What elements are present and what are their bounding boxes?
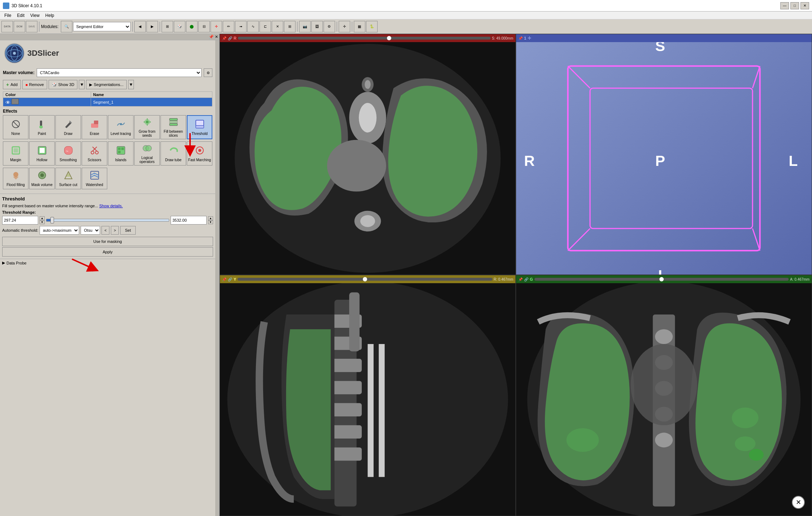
effect-margin-button[interactable]: Margin [3,141,28,166]
master-volume-settings-button[interactable]: ⚙ [204,68,212,77]
viewport-pin-icon-3d[interactable]: 📌 [518,36,523,40]
viewport-pin-icon-yellow[interactable]: 📌 [222,277,226,281]
settings2-button[interactable]: ⚙ [324,21,335,32]
table-button[interactable]: ✕ [272,21,283,32]
show-details-link[interactable]: Show details. [99,204,123,208]
segment-name-cell[interactable]: Segment_1 [91,98,212,107]
menu-view[interactable]: View [27,12,42,19]
window-button[interactable]: ▦ [354,21,365,32]
effect-leveltracing-button[interactable]: Level tracing [108,115,134,139]
panel-pin-icon[interactable]: 📌 [209,35,214,39]
threshold-max-input[interactable] [171,216,207,225]
auto-method-dropdown[interactable]: auto->maximum [40,226,79,235]
menu-file[interactable]: File [1,12,14,19]
auto-prev-button[interactable]: < [102,226,109,235]
menu-edit[interactable]: Edit [14,12,27,19]
layout-button[interactable]: ⊞ [162,21,173,32]
viewport-link-icon-yellow[interactable]: 🔗 [228,277,232,281]
viewport-pin-icon-red[interactable]: 📌 [222,36,226,40]
viewport-green-slider[interactable] [534,278,789,281]
segment-row[interactable]: 👁 Segment_1 [3,98,212,107]
data-probe[interactable]: ▶ Data Probe [0,259,215,267]
nav-forward-button[interactable]: ▶ [146,21,158,32]
show3d-dropdown-arrow[interactable]: ▼ [79,80,85,89]
main-layout: 📌 ✕ 3DSlicer [0,34,812,516]
close-button[interactable]: ✕ [800,2,809,9]
screenshot-button[interactable]: 🖼 [311,21,323,32]
effect-scissors-button[interactable]: Scissors [82,141,107,166]
3d-content[interactable]: S I R P L [516,42,812,275]
shape-button[interactable]: ⊏ [260,21,271,32]
effect-fillbetweenslices-button[interactable]: Fill between slices [161,115,186,139]
remove-segment-button[interactable]: ■ Remove [22,80,47,89]
green-sphere-button[interactable]: ⬤ [186,21,198,32]
close-bottom-button[interactable]: ✕ [792,496,805,509]
menu-help[interactable]: Help [42,12,57,19]
apply-button[interactable]: Apply [2,247,213,257]
arrow-button[interactable]: ➟ [235,21,247,32]
effect-none-button[interactable]: None [3,115,28,139]
viewport-yellow-slider[interactable] [238,278,492,281]
dcm-button[interactable]: DCM [14,21,25,32]
effect-draw-button[interactable]: Draw [55,115,81,139]
cross-button[interactable]: ✛ [211,21,222,32]
save-button[interactable]: SAVE [26,21,37,32]
master-volume-dropdown[interactable]: CTACardio [37,68,202,77]
use-masking-button[interactable]: Use for masking [2,237,213,246]
effect-logical-button[interactable]: Logical operators [134,141,160,166]
ct-image-red[interactable] [220,42,515,275]
effect-growfromseeds-button[interactable]: Grow from seeds [134,115,160,139]
minimize-button[interactable]: — [780,2,789,9]
maximize-button[interactable]: □ [790,2,799,9]
curve-button[interactable]: ∿ [247,21,259,32]
auto-next-button[interactable]: > [111,226,119,235]
viewport-red-slider[interactable] [238,37,491,40]
module-dropdown[interactable]: Segment Editor [73,22,131,31]
camera-button[interactable]: 📷 [299,21,311,32]
pencil-button[interactable]: ✏ [223,21,234,32]
effect-erase-button[interactable]: Erase [82,115,107,139]
threshold-slider-thumb[interactable] [50,217,54,223]
3d-cube-button[interactable]: 🎲 [174,21,185,32]
viewport-pin-icon-green[interactable]: 📌 [518,277,523,281]
nav-back-button[interactable]: ◀ [134,21,146,32]
effect-watershed-button[interactable]: Watershed [82,168,107,189]
eye-icon[interactable]: 👁 [5,100,10,105]
threshold-min-input[interactable] [2,216,38,225]
effect-islands-button[interactable]: Islands [108,141,134,166]
threshold-min-up-button[interactable]: ▲ [40,216,45,220]
add-segment-button[interactable]: + Add [3,80,21,89]
auto-algorithm-dropdown[interactable]: Otsu [81,226,100,235]
threshold-slider-track[interactable] [46,219,169,222]
effect-threshold-button[interactable]: Threshold [187,115,212,139]
effect-drawtube-button[interactable]: Draw tube [161,141,186,166]
segmentations-dropdown-arrow[interactable]: ▼ [128,80,134,89]
ct-image-green[interactable] [516,283,812,516]
viewport-link-icon-red[interactable]: 🔗 [228,36,232,40]
compass-button[interactable]: ✛ [339,21,350,32]
effect-hollow-button[interactable]: Hollow [29,141,55,166]
svg-rect-26 [40,148,45,153]
effect-smoothing-button[interactable]: ~ Smoothing [55,141,81,166]
effect-maskvolume-button[interactable]: Mask volume [29,168,55,189]
segmentations-button[interactable]: ▶ Segmentations... [86,80,127,89]
data-button[interactable]: DATA [1,21,13,32]
threshold-max-down-button[interactable]: ▼ [208,220,213,224]
panel-scrollbar[interactable] [215,40,219,516]
set-button[interactable]: Set [120,226,136,235]
effect-floodfilling-button[interactable]: Flood filling [3,168,28,189]
threshold-max-up-button[interactable]: ▲ [208,216,213,220]
show3d-button[interactable]: 🎲 Show 3D [49,80,78,89]
ct-image-yellow[interactable] [220,283,515,516]
segment-visibility-cell[interactable]: 👁 [3,98,91,107]
panel-close-icon[interactable]: ✕ [215,35,218,39]
python-button[interactable]: 🐍 [366,21,378,32]
mesh-button[interactable]: ⊟ [198,21,210,32]
grid-button[interactable]: ⊞ [284,21,296,32]
effect-paint-button[interactable]: Paint [29,115,55,139]
effect-surfacecut-button[interactable]: Surface cut [55,168,81,189]
search-button[interactable]: 🔍 [61,21,72,32]
effect-fastmarching-button[interactable]: Fast Marching [187,141,212,166]
viewport-link-icon-green[interactable]: 🔗 [524,277,528,281]
threshold-min-down-button[interactable]: ▼ [40,220,45,224]
